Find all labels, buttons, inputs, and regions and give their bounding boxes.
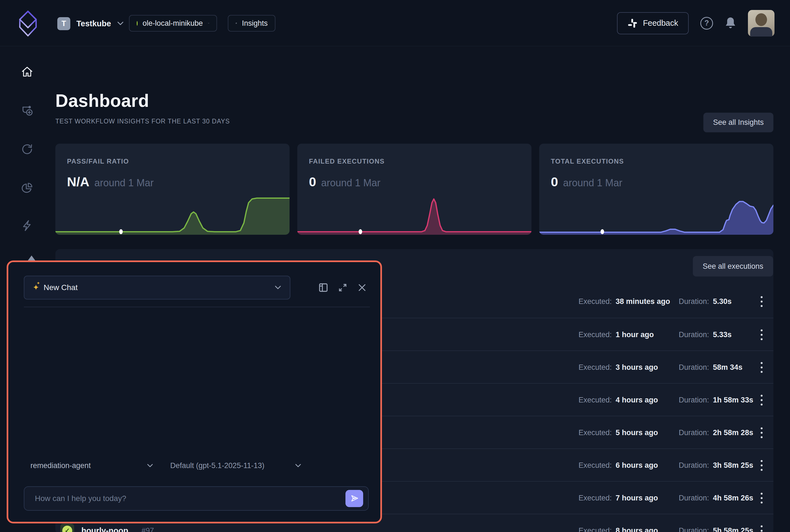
failed-executions-sparkline (297, 193, 532, 235)
executed-value: 7 hours ago (616, 494, 658, 502)
executed-label: Executed: (579, 396, 612, 404)
user-avatar[interactable] (748, 10, 774, 37)
card-value: 0 (551, 174, 558, 189)
ai-chat-overlay: ✦✦ New Chat (7, 261, 382, 524)
sidebar-item-add-workflow[interactable] (21, 104, 34, 117)
total-executions-sparkline (539, 193, 773, 235)
panel-layout-button[interactable] (318, 282, 329, 293)
model-selector[interactable]: Default (gpt-5.1-2025-11-13) (170, 461, 264, 470)
row-menu-button[interactable] (755, 449, 768, 482)
card-caption: around 1 Mar (563, 177, 622, 189)
avatar-head (755, 13, 767, 26)
feedback-label: Feedback (643, 19, 678, 28)
duration-label: Duration: (679, 297, 709, 306)
agent-selector[interactable]: remediation-agent (31, 461, 91, 470)
sidebar-item-triggers[interactable] (21, 219, 34, 232)
see-all-insights-button[interactable]: See all Insights (704, 113, 773, 132)
feedback-button[interactable]: Feedback (617, 12, 689, 34)
environment-selector[interactable]: ole-local-minikube (129, 15, 217, 32)
total-executions-card: TOTAL EXECUTIONS 0 around 1 Mar (539, 144, 773, 235)
executed-value: 1 hour ago (616, 330, 654, 339)
org-name: Testkube (76, 19, 111, 28)
slack-icon (628, 18, 637, 28)
page-title: Dashboard (55, 91, 149, 111)
sparkline-point-marker (601, 229, 604, 234)
executed-label: Executed: (579, 461, 612, 470)
chevron-down-icon[interactable] (147, 463, 153, 468)
expand-chat-button[interactable] (337, 282, 348, 293)
row-menu-button[interactable] (755, 384, 768, 416)
bell-icon[interactable] (725, 17, 736, 30)
chat-message-input[interactable] (34, 494, 345, 503)
executed-value: 4 hours ago (616, 396, 658, 404)
testkube-logo[interactable] (15, 10, 41, 37)
duration-value: 5h 58m 25s (713, 527, 753, 532)
chat-session-selector[interactable]: ✦✦ New Chat (24, 276, 290, 300)
duration-value: 4h 58m 26s (713, 494, 753, 502)
executed-label: Executed: (579, 297, 612, 306)
duration-value: 3h 58m 25s (713, 461, 753, 470)
close-icon (358, 283, 367, 292)
insights-button[interactable]: Insights (228, 15, 275, 32)
duration-label: Duration: (679, 396, 709, 404)
sparkline-point-marker (119, 229, 123, 234)
send-message-button[interactable] (345, 490, 363, 507)
row-menu-button[interactable] (755, 514, 768, 532)
row-menu-button[interactable] (755, 318, 768, 351)
card-title: FAILED EXECUTIONS (309, 157, 385, 165)
row-menu-button[interactable] (755, 351, 768, 384)
duration-value: 58m 34s (713, 363, 743, 372)
sidebar-item-home[interactable] (21, 65, 34, 78)
duration-value: 2h 58m 28s (713, 429, 753, 437)
send-icon (350, 494, 359, 503)
pass-fail-sparkline (55, 193, 290, 235)
executed-value: 3 hours ago (616, 363, 658, 372)
expand-icon (338, 283, 347, 292)
chevron-down-icon (208, 21, 209, 25)
check-icon: ✓ (62, 526, 72, 532)
insights-label: Insights (242, 19, 268, 28)
row-menu-button[interactable] (755, 416, 768, 449)
org-switcher[interactable]: T Testkube (57, 17, 124, 30)
pass-fail-ratio-card: PASS/FAIL RATIO N/A around 1 Mar (55, 144, 290, 235)
executed-value: 8 hours ago (616, 527, 658, 532)
execution-number: #97 (141, 527, 154, 532)
sparkles-icon: ✦✦ (33, 284, 39, 291)
card-caption: around 1 Mar (321, 177, 380, 189)
environment-name: ole-local-minikube (142, 19, 203, 28)
help-icon[interactable]: ? (700, 17, 713, 30)
chevron-down-icon[interactable] (295, 463, 302, 468)
avatar-body (750, 27, 772, 37)
duration-label: Duration: (679, 363, 709, 372)
chat-title: New Chat (43, 283, 77, 292)
page-subtitle: TEST WORKFLOW INSIGHTS FOR THE LAST 30 D… (55, 118, 230, 125)
card-value: N/A (67, 174, 90, 189)
duration-value: 5.30s (713, 297, 732, 306)
org-initial-badge: T (57, 17, 70, 30)
pie-chart-icon (235, 19, 237, 27)
sidebar-item-partial-icon[interactable] (28, 255, 35, 261)
executed-value: 38 minutes ago (616, 297, 670, 306)
duration-label: Duration: (679, 461, 709, 470)
duration-value: 1h 58m 33s (713, 396, 753, 404)
see-all-executions-button[interactable]: See all executions (693, 256, 773, 277)
sidebar-item-sync[interactable] (21, 143, 34, 155)
duration-label: Duration: (679, 527, 709, 532)
close-chat-button[interactable] (357, 282, 368, 293)
duration-label: Duration: (679, 330, 709, 339)
chat-input-container (24, 486, 369, 511)
executed-label: Executed: (579, 363, 612, 372)
executed-label: Executed: (579, 494, 612, 502)
row-menu-button[interactable] (755, 285, 768, 318)
row-menu-button[interactable] (755, 482, 768, 514)
card-title: PASS/FAIL RATIO (67, 157, 129, 165)
executed-value: 5 hours ago (616, 429, 658, 437)
duration-label: Duration: (679, 429, 709, 437)
failed-executions-card: FAILED EXECUTIONS 0 around 1 Mar (297, 144, 532, 235)
executed-label: Executed: (579, 527, 612, 532)
card-caption: around 1 Mar (94, 177, 154, 189)
chevron-down-icon (117, 21, 124, 26)
duration-value: 5.33s (713, 330, 732, 339)
card-title: TOTAL EXECUTIONS (551, 157, 624, 165)
sidebar-item-insights[interactable] (21, 182, 34, 194)
